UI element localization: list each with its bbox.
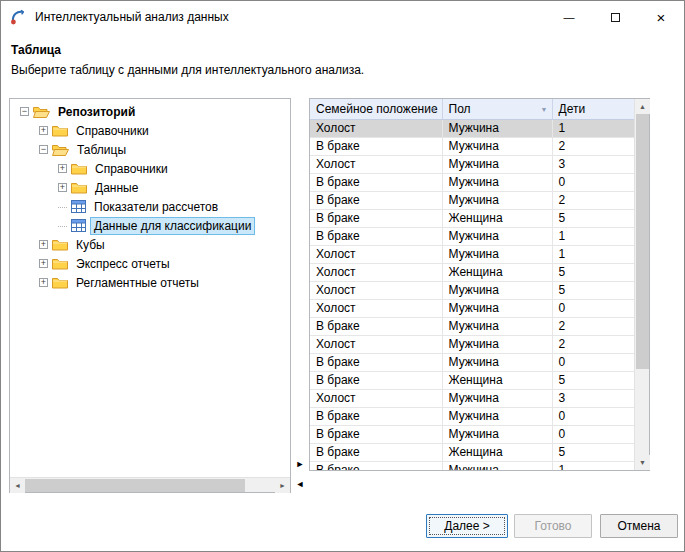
next-button[interactable]: Далее > <box>426 514 508 538</box>
repository-tree-panel: −Репозиторий+Справочники−Таблицы+Справоч… <box>9 98 291 493</box>
table-row[interactable]: В бракеЖенщина5 <box>310 443 634 461</box>
tree-item[interactable]: −Репозиторий <box>10 102 290 121</box>
folder-icon <box>52 238 68 251</box>
expand-icon[interactable]: + <box>39 259 48 268</box>
window-title: Интеллектуальный анализ данных <box>35 10 229 24</box>
table-cell: Мужчина <box>442 173 552 191</box>
table-row[interactable]: В бракеМужчина2 <box>310 317 634 335</box>
horizontal-scrollbar[interactable]: ◄ ► <box>10 477 290 492</box>
table-cell: Женщина <box>442 209 552 227</box>
data-grid: Семейное положение▼Пол▼Дети ХолостМужчин… <box>310 99 634 470</box>
expand-icon[interactable]: + <box>58 164 67 173</box>
table-row[interactable]: В бракеМужчина2 <box>310 191 634 209</box>
column-header[interactable]: Дети <box>552 99 634 119</box>
table-row[interactable]: ХолостМужчина0 <box>310 299 634 317</box>
table-cell: Холост <box>310 281 442 299</box>
tree-item[interactable]: +Экспресс отчеты <box>10 254 290 273</box>
table-cell: 5 <box>552 371 634 389</box>
close-icon: × <box>657 10 666 25</box>
table-cell: Женщина <box>442 371 552 389</box>
table-row[interactable]: В бракеМужчина1 <box>310 461 634 470</box>
table-row[interactable]: В бракеЖенщина5 <box>310 371 634 389</box>
folder-icon <box>52 124 68 137</box>
table-row[interactable]: ХолостМужчина5 <box>310 281 634 299</box>
table-cell: Мужчина <box>442 155 552 173</box>
filter-arrow-icon[interactable]: ▼ <box>431 105 438 112</box>
table-row[interactable]: ХолостМужчина3 <box>310 155 634 173</box>
table-cell: В браке <box>310 353 442 371</box>
table-row[interactable]: В бракеМужчина0 <box>310 173 634 191</box>
collapse-icon[interactable]: − <box>39 145 48 154</box>
table-row[interactable]: В бракеМужчина0 <box>310 425 634 443</box>
table-cell: 0 <box>552 353 634 371</box>
table-row[interactable]: ХолостМужчина2 <box>310 335 634 353</box>
tree-item[interactable]: +Справочники <box>10 121 290 140</box>
panel-splitter[interactable]: ► ◄ <box>291 98 309 493</box>
table-cell: 0 <box>552 173 634 191</box>
minimize-button[interactable]: — <box>546 1 592 33</box>
table-cell: В браке <box>310 407 442 425</box>
table-cell: 5 <box>552 443 634 461</box>
splitter-collapse-left-icon[interactable]: ◄ <box>293 476 307 492</box>
app-logo-icon <box>10 9 27 25</box>
wizard-footer: Далее > Готово Отмена <box>1 499 684 551</box>
tree-item[interactable]: Данные для классификации <box>10 216 290 235</box>
folder-icon <box>52 276 68 289</box>
column-header-label: Семейное положение <box>316 102 438 116</box>
expand-icon[interactable]: + <box>39 126 48 135</box>
table-row[interactable]: ХолостМужчина1 <box>310 119 634 137</box>
tree-item-label: Данные для классификации <box>90 217 255 235</box>
tree-item[interactable]: +Справочники <box>10 159 290 178</box>
hscrollbar-thumb[interactable] <box>25 479 245 492</box>
expand-icon[interactable]: + <box>39 240 48 249</box>
tree-item-label: Таблицы <box>73 141 130 159</box>
tree-item[interactable]: +Кубы <box>10 235 290 254</box>
folder-icon <box>52 257 68 270</box>
table-cell: Мужчина <box>442 137 552 155</box>
tree-item[interactable]: +Данные <box>10 178 290 197</box>
table-row[interactable]: В бракеМужчина1 <box>310 227 634 245</box>
expand-icon[interactable]: + <box>39 278 48 287</box>
tree-item[interactable]: +Регламентные отчеты <box>10 273 290 292</box>
splitter-expand-right-icon[interactable]: ► <box>293 456 307 472</box>
filter-arrow-icon[interactable]: ▼ <box>541 105 548 112</box>
scroll-right-icon[interactable]: ► <box>275 478 290 493</box>
scroll-left-icon[interactable]: ◄ <box>10 478 25 493</box>
finish-button: Готово <box>514 514 592 538</box>
table-row[interactable]: В бракеМужчина2 <box>310 137 634 155</box>
table-row[interactable]: ХолостМужчина1 <box>310 245 634 263</box>
table-row[interactable]: В бракеМужчина0 <box>310 353 634 371</box>
tree-item-label: Регламентные отчеты <box>72 274 203 292</box>
data-grid-panel: Семейное положение▼Пол▼Дети ХолостМужчин… <box>309 98 650 471</box>
tree-item[interactable]: −Таблицы <box>10 140 290 159</box>
maximize-icon <box>611 13 620 22</box>
vertical-scrollbar[interactable]: ▲ ▼ <box>634 99 649 470</box>
tree-connector-line <box>58 207 67 208</box>
tree-connector-line <box>58 226 67 227</box>
table-cell: Мужчина <box>442 425 552 443</box>
column-header-label: Пол <box>449 102 471 116</box>
column-header-label: Дети <box>559 102 586 116</box>
close-button[interactable]: × <box>638 1 684 33</box>
tree-item[interactable]: Показатели рассчетов <box>10 197 290 216</box>
column-header[interactable]: Семейное положение▼ <box>310 99 442 119</box>
titlebar[interactable]: Интеллектуальный анализ данных — × <box>1 1 684 33</box>
table-row[interactable]: В бракеМужчина0 <box>310 407 634 425</box>
table-row[interactable]: В бракеЖенщина5 <box>310 209 634 227</box>
expand-icon[interactable]: + <box>58 183 67 192</box>
table-row[interactable]: ХолостМужчина3 <box>310 389 634 407</box>
scroll-down-icon[interactable]: ▼ <box>635 455 650 470</box>
table-row[interactable]: ХолостЖенщина5 <box>310 263 634 281</box>
vscrollbar-thumb[interactable] <box>636 114 649 369</box>
table-cell: В браке <box>310 425 442 443</box>
cancel-button[interactable]: Отмена <box>600 514 678 538</box>
table-cell: 1 <box>552 245 634 263</box>
table-cell: 5 <box>552 263 634 281</box>
window-controls: — × <box>546 1 684 33</box>
column-header[interactable]: Пол▼ <box>442 99 552 119</box>
table-cell: Мужчина <box>442 281 552 299</box>
maximize-button[interactable] <box>592 1 638 33</box>
table-cell: 5 <box>552 281 634 299</box>
scroll-up-icon[interactable]: ▲ <box>635 99 650 114</box>
collapse-icon[interactable]: − <box>20 107 29 116</box>
